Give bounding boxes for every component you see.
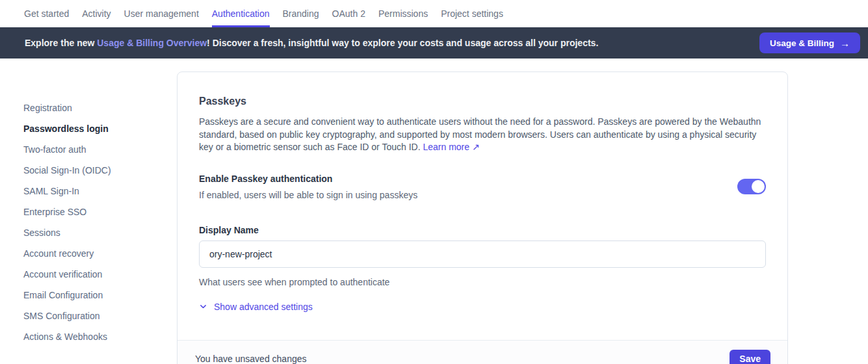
tab-permissions[interactable]: Permissions — [378, 0, 428, 27]
sidebar-item-social-sign-in[interactable]: Social Sign-In (OIDC) — [23, 160, 177, 181]
passkey-toggle[interactable] — [737, 179, 766, 194]
top-nav: Get started Activity User management Aut… — [0, 0, 868, 27]
tab-oauth2[interactable]: OAuth 2 — [332, 0, 365, 27]
page-body: Registration Passwordless login Two-fact… — [0, 58, 868, 364]
learn-more-link[interactable]: Learn more ↗ — [423, 142, 479, 152]
chevron-down-icon — [199, 302, 207, 311]
tab-activity[interactable]: Activity — [82, 0, 111, 27]
usage-billing-button[interactable]: Usage & Billing → — [759, 32, 860, 53]
page-title: Passkeys — [199, 96, 766, 107]
banner-text: Explore the new Usage & Billing Overview… — [25, 38, 759, 48]
sidebar-item-enterprise-sso[interactable]: Enterprise SSO — [23, 202, 177, 222]
auth-sidebar: Registration Passwordless login Two-fact… — [0, 58, 177, 347]
card-footer: You have unsaved changes Save — [178, 340, 787, 364]
enable-passkey-label: Enable Passkey authentication — [199, 174, 417, 184]
sidebar-item-sessions[interactable]: Sessions — [23, 222, 177, 243]
toggle-knob — [752, 180, 765, 193]
sidebar-item-account-verification[interactable]: Account verification — [23, 264, 177, 285]
sidebar-item-account-recovery[interactable]: Account recovery — [23, 243, 177, 264]
banner-text-after: ! Discover a fresh, insightful way to ex… — [207, 38, 598, 48]
display-name-section: Display Name What users see when prompte… — [199, 225, 766, 287]
tab-project-settings[interactable]: Project settings — [441, 0, 503, 27]
enable-passkey-texts: Enable Passkey authentication If enabled… — [199, 174, 417, 200]
tab-branding[interactable]: Branding — [283, 0, 319, 27]
external-link-icon: ↗ — [472, 142, 480, 152]
display-name-help: What users see when prompted to authenti… — [199, 277, 766, 287]
display-name-label: Display Name — [199, 225, 766, 235]
enable-passkey-row: Enable Passkey authentication If enabled… — [199, 174, 766, 200]
tab-authentication[interactable]: Authentication — [212, 0, 270, 27]
banner-text-before: Explore the new — [25, 38, 97, 48]
passkeys-card-body: Passkeys Passkeys are a secure and conve… — [178, 72, 787, 312]
sidebar-item-sms-configuration[interactable]: SMS Configuration — [23, 306, 177, 326]
enable-passkey-help: If enabled, users will be able to sign i… — [199, 190, 417, 200]
learn-more-label: Learn more — [423, 142, 469, 152]
usage-billing-button-label: Usage & Billing — [770, 38, 834, 48]
display-name-input[interactable] — [199, 240, 766, 268]
show-advanced-settings[interactable]: Show advanced settings — [199, 302, 766, 312]
sidebar-item-actions-webhooks[interactable]: Actions & Webhooks — [23, 326, 177, 347]
save-button[interactable]: Save — [730, 350, 770, 364]
passkeys-settings-card: Passkeys Passkeys are a secure and conve… — [177, 72, 788, 364]
tab-user-management[interactable]: User management — [124, 0, 199, 27]
arrow-right-icon: → — [840, 38, 850, 49]
unsaved-changes-status: You have unsaved changes — [195, 354, 307, 364]
sidebar-item-saml-sign-in[interactable]: SAML Sign-In — [23, 181, 177, 202]
sidebar-item-two-factor-auth[interactable]: Two-factor auth — [23, 139, 177, 160]
show-advanced-settings-label: Show advanced settings — [214, 302, 313, 312]
sidebar-item-email-configuration[interactable]: Email Configuration — [23, 285, 177, 306]
passkeys-description-text: Passkeys are a secure and convenient way… — [199, 116, 761, 152]
usage-billing-banner: Explore the new Usage & Billing Overview… — [0, 27, 868, 58]
passkeys-description: Passkeys are a secure and convenient way… — [199, 116, 766, 154]
tab-get-started[interactable]: Get started — [24, 0, 69, 27]
sidebar-item-registration[interactable]: Registration — [23, 98, 177, 118]
usage-billing-overview-link[interactable]: Usage & Billing Overview — [97, 38, 207, 48]
sidebar-item-passwordless-login[interactable]: Passwordless login — [23, 118, 177, 139]
